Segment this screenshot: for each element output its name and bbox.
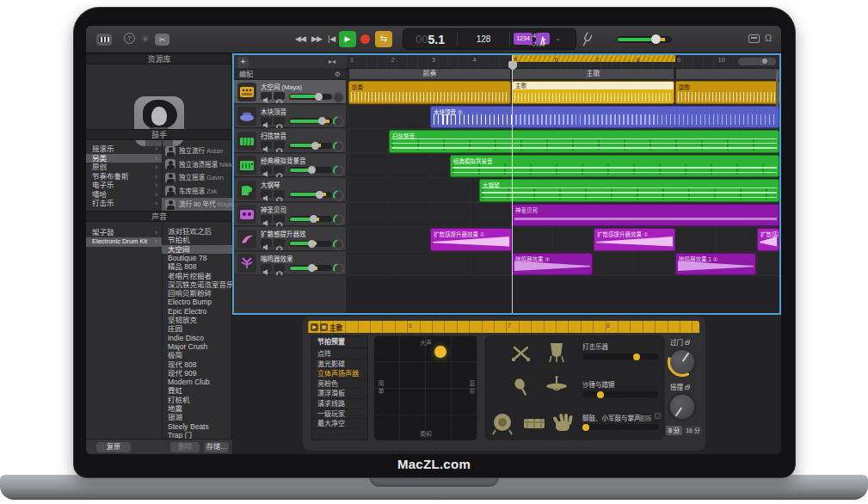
track-pan-knob[interactable] bbox=[333, 239, 344, 250]
region-audio[interactable]: 扩散感提升器效果 ① bbox=[594, 228, 675, 251]
sound-preset[interactable]: 精品 808 bbox=[162, 262, 232, 272]
sound-preset[interactable]: 派对狂欢之后 bbox=[162, 227, 232, 237]
sound-preset[interactable]: Modern Club bbox=[162, 378, 232, 387]
playhead[interactable] bbox=[512, 55, 513, 313]
arrangement-section[interactable]: 前奏 bbox=[348, 69, 511, 79]
track-volume-knob[interactable] bbox=[308, 166, 316, 174]
genre-item[interactable]: 摇滚乐› bbox=[86, 144, 162, 154]
region-midi[interactable]: 经典模拟背景音 bbox=[450, 155, 779, 178]
xy-pad-puck[interactable] bbox=[434, 346, 446, 358]
forward-button[interactable]: ▶▶ bbox=[311, 34, 322, 43]
beat-preset[interactable]: 最大净空 bbox=[312, 419, 367, 429]
record-button[interactable] bbox=[360, 34, 370, 44]
drummer-item[interactable]: 独立摇滚 Gavin bbox=[162, 171, 232, 185]
master-volume-knob[interactable] bbox=[651, 34, 661, 44]
snare-drum-icon[interactable] bbox=[522, 415, 546, 433]
follow-checkbox[interactable] bbox=[655, 413, 661, 419]
loop-browser-icon[interactable]: Ω bbox=[765, 33, 772, 43]
swing-knob[interactable] bbox=[668, 392, 697, 421]
sound-preset[interactable]: 老唱片挖掘者 bbox=[162, 272, 232, 281]
track-header[interactable]: 大钢琴 bbox=[234, 178, 346, 202]
track-pan-knob[interactable] bbox=[333, 214, 344, 225]
shaker-hihat-slider[interactable] bbox=[582, 391, 658, 397]
track-volume-knob[interactable] bbox=[315, 93, 323, 101]
sound-preset[interactable]: Epic Electro bbox=[162, 307, 232, 317]
maracas-icon[interactable] bbox=[512, 377, 531, 397]
tuner-icon[interactable]: ✳ bbox=[141, 34, 149, 45]
sound-preset[interactable]: 打桩机 bbox=[162, 396, 232, 405]
region-audio[interactable]: 扩散感提升… bbox=[757, 228, 779, 251]
track-volume-slider[interactable] bbox=[289, 94, 332, 100]
beat-preset[interactable]: 请求线路 bbox=[312, 399, 367, 409]
solo-button[interactable] bbox=[274, 92, 285, 100]
track-header[interactable]: 大空间 (Maya) bbox=[234, 80, 346, 104]
beat-preset[interactable]: 激光影碟 bbox=[312, 360, 367, 370]
sound-preset[interactable]: Electro Bump bbox=[162, 298, 232, 307]
cycle-region[interactable] bbox=[512, 55, 675, 62]
sixteenth-note-button[interactable]: 16 分 bbox=[684, 426, 702, 435]
mute-button[interactable] bbox=[261, 264, 272, 272]
track-volume-slider[interactable] bbox=[289, 265, 332, 271]
mute-button[interactable] bbox=[261, 215, 272, 223]
track-pan-knob[interactable] bbox=[333, 190, 344, 201]
collapse-tracks-icon[interactable]: ▸◂ bbox=[329, 58, 336, 65]
sound-preset[interactable]: 回响贝斯粉碎 bbox=[162, 289, 232, 298]
hi-hat-icon[interactable] bbox=[545, 375, 569, 397]
gear-icon[interactable]: ⚙ bbox=[335, 70, 341, 80]
region-audio[interactable]: 嗡鸣器效果 ② bbox=[512, 253, 593, 276]
genre-item[interactable]: 嘻哈› bbox=[86, 190, 162, 200]
arrangement-section[interactable] bbox=[675, 69, 780, 79]
metronome-button[interactable] bbox=[536, 33, 550, 45]
editor-ruler[interactable]: ▶ ▦ 主歌 6 7 8 bbox=[308, 321, 699, 333]
track-volume-slider[interactable] bbox=[289, 241, 332, 247]
display-mode-icon[interactable] bbox=[748, 34, 760, 43]
mute-button[interactable] bbox=[261, 190, 272, 198]
play-button[interactable]: ▶ bbox=[339, 31, 356, 47]
solo-button[interactable] bbox=[274, 117, 285, 125]
beat-preset-selected[interactable]: 立体声扬声器 bbox=[312, 369, 367, 379]
track-header[interactable]: 扫弦禁音 bbox=[234, 129, 346, 153]
lcd-tempo[interactable]: 128 bbox=[458, 29, 509, 49]
eighth-note-button[interactable]: 8 分 bbox=[666, 426, 682, 435]
sound-preset[interactable]: Boutique 78 bbox=[162, 254, 232, 263]
track-volume-slider[interactable] bbox=[289, 167, 332, 173]
delete-button[interactable]: 删除 bbox=[170, 442, 200, 452]
track-pan-knob[interactable] bbox=[333, 141, 344, 152]
sound-preset[interactable]: 银湖 bbox=[162, 413, 232, 422]
library-toggle-button[interactable] bbox=[96, 34, 112, 46]
solo-button[interactable] bbox=[274, 215, 285, 223]
track-volume-knob[interactable] bbox=[310, 215, 317, 223]
track-volume-slider[interactable] bbox=[289, 216, 332, 222]
solo-button[interactable] bbox=[274, 190, 285, 198]
sound-preset[interactable]: Indie Disco bbox=[162, 334, 232, 343]
slider-knob[interactable] bbox=[597, 391, 604, 398]
region-audio[interactable]: 嗡鸣器效果.1 ① bbox=[675, 253, 756, 276]
master-volume-slider[interactable] bbox=[617, 36, 672, 43]
editor-grid-icon[interactable]: ▦ bbox=[320, 323, 328, 331]
mute-button[interactable] bbox=[261, 239, 272, 247]
go-to-beginning-button[interactable]: |◀ bbox=[328, 34, 336, 43]
track-header[interactable]: 木块顶音 bbox=[234, 105, 346, 129]
sound-preset[interactable]: Steely Beats bbox=[162, 422, 232, 432]
drummer-xy-pad[interactable]: 大声 柔和 简单 复杂 bbox=[374, 335, 477, 440]
mute-button[interactable] bbox=[261, 92, 272, 100]
genre-item[interactable]: 电子乐› bbox=[86, 181, 162, 190]
track-header[interactable]: 嗡鸣器效果 bbox=[234, 252, 346, 276]
sound-preset[interactable]: 节拍机 bbox=[162, 236, 232, 245]
track-pan-knob[interactable] bbox=[333, 116, 344, 127]
sound-preset[interactable]: 极简 bbox=[162, 351, 232, 360]
genre-item[interactable]: 节奏布鲁斯› bbox=[86, 172, 162, 181]
add-track-button[interactable]: + bbox=[237, 57, 249, 68]
conga-icon[interactable] bbox=[546, 341, 567, 363]
sound-preset[interactable]: 深沉铁克诺浩室音乐 bbox=[162, 280, 232, 290]
sound-preset[interactable]: Major Crush bbox=[162, 342, 232, 352]
region-drummer[interactable]: 前奏 bbox=[348, 81, 511, 104]
track-header[interactable]: 经典模拟背景音 bbox=[234, 154, 346, 178]
drumsticks-icon[interactable] bbox=[510, 342, 531, 363]
kick-snare-claps-slider[interactable] bbox=[582, 424, 658, 430]
track-volume-slider[interactable] bbox=[289, 143, 332, 149]
genre-item[interactable]: 打击乐› bbox=[86, 199, 162, 208]
timeline[interactable]: 1 2 3 4 5 6 7 8 9 10 11 前奏 主歌 前奏 主歌 副歌 bbox=[346, 55, 781, 313]
editor-play-icon[interactable]: ▶ bbox=[311, 323, 318, 331]
track-volume-knob[interactable] bbox=[308, 240, 316, 248]
